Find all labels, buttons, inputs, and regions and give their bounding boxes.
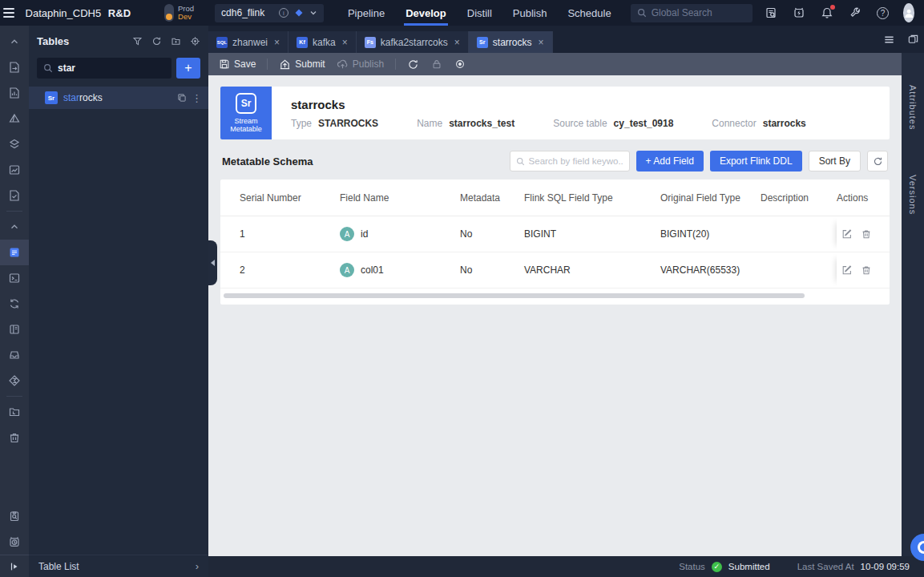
env-dev-label: Dev [178,13,194,21]
lock-button[interactable] [430,59,442,71]
project-select[interactable]: cdh6_flink i [215,4,324,22]
rail-layers-icon[interactable] [0,131,29,157]
schema-toolbar: Metatable Schema + Add Field Export Flin… [222,151,888,171]
nav-pipeline[interactable]: Pipeline [348,0,385,26]
col-description: Description [761,188,837,208]
chevron-down-icon[interactable] [309,9,317,17]
help-icon[interactable]: ? [876,6,890,20]
locate-icon[interactable] [189,35,200,46]
add-field-button[interactable]: + Add Field [636,151,704,171]
sidebar-collapse-handle[interactable] [208,240,217,285]
table-list-footer[interactable]: Table List › [29,555,208,577]
field-name: id [361,228,368,240]
serial-cell: 2 [240,264,340,276]
tools-wrench-icon[interactable] [848,6,862,20]
tab-attributes[interactable]: Attributes [908,85,918,130]
create-table-button[interactable]: + [176,58,200,79]
locate-button[interactable] [454,59,466,71]
rail-table-list-icon[interactable] [0,240,29,265]
nav-publish[interactable]: Publish [513,0,547,26]
sort-by-button[interactable]: Sort By [809,151,861,171]
rail-sigma-icon[interactable] [0,368,29,393]
horizontal-scrollbar[interactable] [224,293,805,298]
publish-button[interactable]: Publish [337,59,384,71]
global-search[interactable] [631,4,753,22]
nav-develop[interactable]: Develop [406,0,446,26]
rail-terminal-icon[interactable] [0,265,29,291]
col-field-name: Field Name [340,188,460,208]
starrocks-icon: Sr [477,37,488,48]
tab-label: kafka [313,37,336,48]
close-icon[interactable]: × [342,37,348,48]
table-search-input[interactable] [58,63,165,74]
col-original-type: Original Field Type [660,188,761,208]
tab-kafka2starrcoks[interactable]: Fs kafka2starrcoks × [357,31,469,53]
new-folder-icon[interactable] [170,35,181,46]
export-flink-ddl-button[interactable]: Export Flink DDL [710,151,802,171]
rail-task-check-icon[interactable] [0,183,29,208]
tab-list-menu-icon[interactable] [882,33,895,46]
rail-sync-icon[interactable] [0,291,29,317]
audit-log-icon[interactable] [764,6,778,20]
edit-icon[interactable] [841,264,853,276]
global-search-input[interactable] [652,7,746,18]
original-type-cell: BIGINT(20) [660,228,761,240]
tab-versions[interactable]: Versions [908,175,918,215]
close-icon[interactable]: × [454,37,460,48]
notifications-bell-icon[interactable] [820,6,834,20]
rail-notebook-icon[interactable] [0,317,29,342]
refresh-icon[interactable] [151,35,162,46]
rail-alarm-clock-icon[interactable] [0,529,29,555]
status-bar: Status ✓ Submitted Last Saved At 10-09 0… [208,556,924,577]
rail-file-transfer-icon[interactable] [0,54,29,80]
delete-icon[interactable] [861,228,872,240]
tab-label: zhanwei [232,37,268,48]
tree-item-starrocks[interactable]: Sr starrocks ⋮ [29,87,208,109]
tab-starrocks[interactable]: Sr starrocks × [469,31,553,53]
rail-clipboard-search-icon[interactable] [0,503,29,529]
save-button[interactable]: Save [218,59,256,71]
rail-recycle-bin-icon[interactable] [0,425,29,450]
env-labels: Prod Dev [178,5,194,21]
search-icon [516,157,525,166]
rail-report-icon[interactable] [0,80,29,106]
tab-zhanwei[interactable]: SQL zhanwei × [208,31,288,53]
rail-collapse-up-icon[interactable] [0,29,29,54]
menu-icon[interactable] [0,0,18,26]
rail-folder-icon[interactable] [0,399,29,425]
tab-kafka[interactable]: Kf kafka × [288,31,357,53]
metatable-title: starrocks [291,98,870,111]
table-list-label: Table List [38,561,196,572]
rail-pyramid-icon[interactable] [0,106,29,131]
refresh-button[interactable] [407,59,419,71]
edit-icon[interactable] [841,228,853,240]
top-nav: Pipeline Develop Distill Publish Schedul… [348,0,611,26]
env-toggle-dot [166,14,172,20]
nav-schedule[interactable]: Schedule [567,0,611,26]
close-icon[interactable]: × [538,37,543,48]
field-name: col01 [361,264,384,276]
lock-icon [430,59,442,71]
rail-collapse-up-icon-2[interactable] [0,214,29,240]
filter-icon[interactable] [131,35,143,46]
tables-tree: Sr starrocks ⋮ [29,87,208,555]
info-icon[interactable]: i [279,8,288,18]
rail-trend-chart-icon[interactable] [0,157,29,183]
avatar[interactable] [903,3,914,22]
rail-drawer-icon[interactable] [0,342,29,368]
rail-expand-panel-icon[interactable] [0,555,29,577]
more-icon[interactable]: ⋮ [192,92,202,104]
delete-icon[interactable] [861,264,872,276]
copy-icon[interactable] [177,93,187,103]
close-icon[interactable]: × [274,37,280,48]
field-search[interactable] [510,151,630,171]
env-toggle[interactable]: Prod Dev [164,4,194,22]
table-search[interactable] [37,58,171,79]
layout-switch-icon[interactable] [906,33,919,46]
submit-button[interactable]: Submit [279,59,325,71]
nav-distill[interactable]: Distill [467,0,492,26]
refresh-schema-button[interactable] [867,151,888,171]
field-search-input[interactable] [529,156,623,166]
trigger-icon[interactable] [792,6,806,20]
meta-value: starrocks_test [449,118,514,129]
